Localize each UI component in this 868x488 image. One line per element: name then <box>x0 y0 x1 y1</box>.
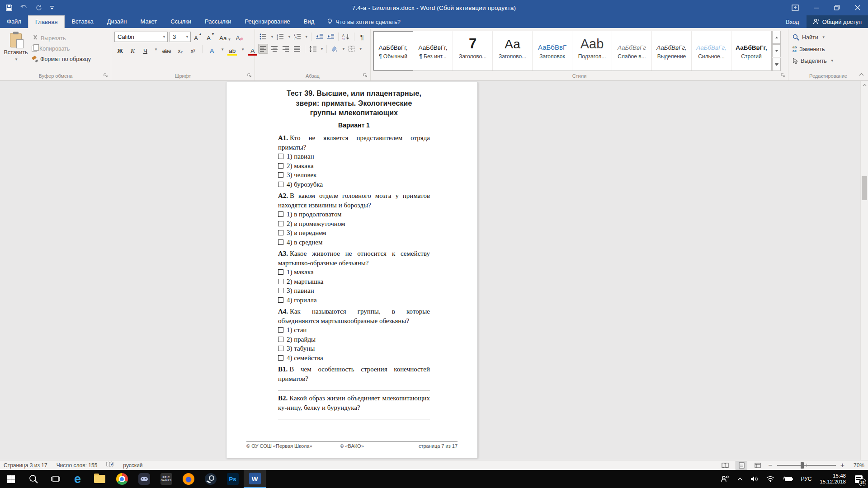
document-page[interactable]: Тест 39. Высшие, или плацентарные, звери… <box>226 82 478 458</box>
grow-font-button[interactable]: А▲ <box>193 32 203 42</box>
zoom-slider[interactable] <box>777 465 836 466</box>
increase-indent-button[interactable] <box>326 32 335 42</box>
style-strong[interactable]: АаБбВвГг,Строгий <box>731 31 771 70</box>
checkbox[interactable] <box>278 182 283 187</box>
clear-formatting-button[interactable]: А <box>234 32 244 42</box>
copy-button[interactable]: Копировать <box>30 43 93 54</box>
font-size-combo[interactable]: 3▼ <box>170 32 191 42</box>
align-left-button[interactable] <box>258 44 268 54</box>
answer-option[interactable]: 3) человек <box>278 170 430 180</box>
answer-option[interactable]: 4) в среднем <box>278 238 430 247</box>
zoom-in-icon[interactable]: + <box>840 462 844 469</box>
sort-button[interactable]: АЯ <box>341 32 351 42</box>
align-right-button[interactable] <box>281 44 291 54</box>
answer-option[interactable]: 4) горилла <box>278 296 430 305</box>
highlight-button[interactable]: ab <box>227 44 237 54</box>
sign-in-link[interactable]: Вход <box>778 19 806 25</box>
paragraph-dialog-launcher-icon[interactable] <box>363 73 368 79</box>
underline-dropdown-arrow[interactable]: ▼ <box>154 47 158 52</box>
shading-dropdown-arrow[interactable]: ▼ <box>342 47 345 51</box>
bullets-button[interactable] <box>258 32 268 42</box>
tab-file[interactable]: Файл <box>0 15 28 28</box>
edge-taskbar-icon[interactable]: e <box>66 470 89 488</box>
read-mode-icon[interactable] <box>719 461 731 470</box>
keyboard-language[interactable]: РУС <box>798 470 814 488</box>
style-no-spacing[interactable]: АаБбВвГг,¶ Без инт... <box>413 31 453 70</box>
clipboard-dialog-launcher-icon[interactable] <box>104 73 108 79</box>
checkbox[interactable] <box>278 211 283 217</box>
borders-button[interactable] <box>347 44 357 54</box>
paste-dropdown-arrow[interactable]: ▼ <box>14 57 18 61</box>
style-title[interactable]: АаБбВвГЗаголовок <box>533 31 572 70</box>
steam-taskbar-icon[interactable] <box>199 470 222 488</box>
save-icon[interactable] <box>5 4 13 11</box>
style-emphasis[interactable]: АаБбВвГг,Выделение <box>652 31 692 70</box>
word-count[interactable]: Число слов: 155 <box>57 462 98 469</box>
answer-option[interactable]: 1) стаи <box>278 325 430 335</box>
tab-layout[interactable]: Макет <box>133 15 164 28</box>
web-layout-icon[interactable] <box>752 461 764 470</box>
tab-home[interactable]: Главная <box>28 15 65 28</box>
undo-icon[interactable] <box>20 5 28 11</box>
checkbox[interactable] <box>278 230 283 235</box>
checkbox[interactable] <box>278 163 283 169</box>
tab-view[interactable]: Вид <box>297 15 321 28</box>
underline-button[interactable]: Ч <box>141 44 150 54</box>
taskbar-clock[interactable]: 15:48 15.12.2018 <box>817 473 849 485</box>
format-painter-button[interactable]: Формат по образцу <box>30 54 93 64</box>
strikethrough-button[interactable]: abc <box>161 44 172 54</box>
zoom-out-icon[interactable]: − <box>768 462 772 469</box>
borders-dropdown-arrow[interactable]: ▼ <box>359 47 363 51</box>
show-marks-button[interactable]: ¶ <box>357 32 367 42</box>
styles-scroll-down-icon[interactable] <box>772 44 781 57</box>
answer-option[interactable]: 2) мартышка <box>278 277 430 286</box>
style-subtitle[interactable]: AabПодзагол... <box>572 31 612 70</box>
checkbox[interactable] <box>278 297 283 303</box>
decrease-indent-button[interactable] <box>314 32 324 42</box>
people-icon[interactable] <box>718 470 732 488</box>
answer-option[interactable]: 1) макака <box>278 267 430 277</box>
superscript-button[interactable]: x² <box>188 44 198 54</box>
justify-button[interactable] <box>292 44 302 54</box>
align-center-button[interactable] <box>269 44 279 54</box>
highlight-dropdown-arrow[interactable]: ▼ <box>241 47 245 52</box>
tell-me-box[interactable]: Что вы хотите сделать? <box>321 15 407 28</box>
share-button[interactable]: Общий доступ <box>807 15 868 28</box>
page-indicator[interactable]: Страница 3 из 17 <box>4 462 47 469</box>
firefox-taskbar-icon[interactable] <box>177 470 199 488</box>
tab-references[interactable]: Ссылки <box>164 15 198 28</box>
replace-button[interactable]: abac Заменить <box>793 44 834 54</box>
close-icon[interactable] <box>847 0 868 15</box>
zoom-level[interactable]: 70% <box>849 462 864 469</box>
minimize-icon[interactable] <box>806 0 826 15</box>
battery-icon[interactable] <box>780 470 795 488</box>
styles-more-icon[interactable] <box>772 58 781 71</box>
scroll-up-icon[interactable] <box>861 81 868 89</box>
customize-qat-icon[interactable] <box>50 6 54 10</box>
checkbox[interactable] <box>278 269 283 275</box>
answer-option[interactable]: 3) в переднем <box>278 228 430 238</box>
style-heading1[interactable]: 7Заголово... <box>453 31 493 70</box>
ribbon-display-options-icon[interactable] <box>785 0 806 15</box>
checkbox[interactable] <box>278 239 283 245</box>
line-spacing-dropdown-arrow[interactable]: ▼ <box>320 47 324 51</box>
answer-option[interactable]: 3) табуны <box>278 344 430 353</box>
style-heading2[interactable]: АаЗаголово... <box>493 31 533 70</box>
discord-taskbar-icon[interactable] <box>133 470 155 488</box>
answer-option[interactable]: 1) павиан <box>278 152 430 161</box>
answer-option[interactable]: 2) прайды <box>278 335 430 344</box>
task-view-button[interactable] <box>44 470 66 488</box>
multilevel-dropdown-arrow[interactable]: ▼ <box>305 35 308 39</box>
style-normal[interactable]: АаБбВвГг,¶ Обычный <box>373 31 413 70</box>
checkbox[interactable] <box>278 346 283 351</box>
wifi-icon[interactable] <box>764 470 777 488</box>
text-effects-button[interactable]: А <box>207 44 217 54</box>
styles-dialog-launcher-icon[interactable] <box>781 73 785 79</box>
checkbox[interactable] <box>278 355 283 361</box>
checkbox[interactable] <box>278 337 283 342</box>
print-layout-icon[interactable] <box>736 461 747 470</box>
paste-button[interactable]: Вставить ▼ <box>2 30 30 71</box>
hidden-icons-chevron[interactable] <box>735 470 745 488</box>
line-spacing-button[interactable] <box>308 44 318 54</box>
bold-button[interactable]: Ж <box>115 44 125 54</box>
